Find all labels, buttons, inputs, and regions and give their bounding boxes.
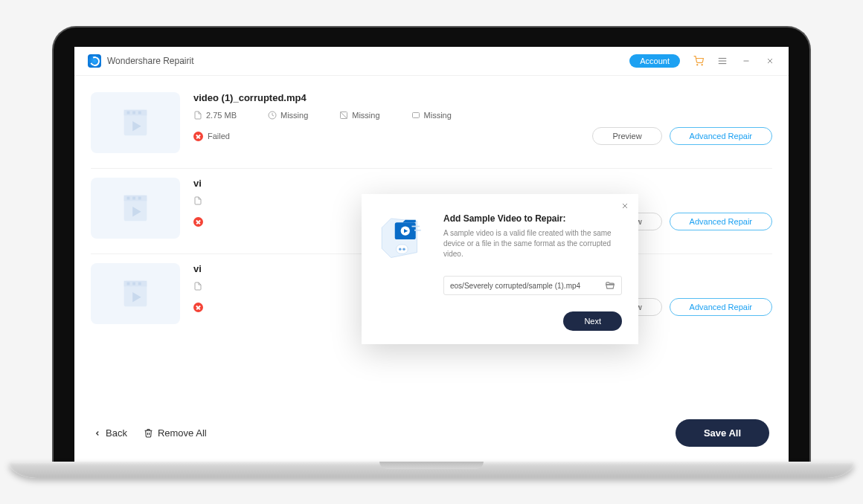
save-all-button[interactable]: Save All (676, 419, 769, 447)
svg-point-39 (402, 248, 405, 251)
menu-icon[interactable] (717, 56, 728, 66)
svg-rect-12 (138, 112, 141, 114)
trash-icon (144, 428, 153, 438)
advanced-repair-button[interactable]: Advanced Repair (670, 298, 772, 316)
svg-rect-11 (132, 112, 135, 114)
svg-rect-20 (127, 197, 130, 200)
video-thumbnail-icon (91, 178, 180, 239)
minimize-icon[interactable] (741, 56, 751, 66)
advanced-repair-button[interactable]: Advanced Repair (670, 213, 772, 230)
status-label: Failed (208, 132, 230, 140)
modal-close-icon[interactable] (620, 201, 629, 210)
svg-rect-22 (138, 197, 141, 200)
svg-rect-17 (412, 113, 419, 118)
svg-line-16 (341, 112, 347, 119)
failed-icon (193, 132, 203, 141)
failed-icon (193, 217, 203, 227)
modal-description: A sample video is a valid file created w… (443, 228, 622, 259)
codec-icon (411, 111, 420, 120)
video-thumbnail-icon (91, 92, 180, 153)
svg-rect-37 (397, 245, 408, 253)
svg-point-0 (697, 65, 698, 65)
file-duration: Missing (280, 111, 308, 120)
footer-bar: Back Remove All Save All (74, 407, 789, 462)
laptop-base (9, 462, 854, 478)
chevron-left-icon (94, 430, 101, 437)
advanced-repair-button[interactable]: Advanced Repair (670, 127, 772, 145)
file-icon (193, 111, 202, 120)
app-window: Wondershare Repairit Account (74, 47, 789, 462)
preview-button[interactable]: Preview (592, 127, 661, 145)
svg-rect-28 (138, 282, 141, 285)
folder-illustration-icon (378, 213, 430, 265)
titlebar: Wondershare Repairit Account (74, 47, 789, 76)
video-thumbnail-icon (91, 263, 180, 324)
add-sample-modal: Add Sample Video to Repair: A sample vid… (362, 194, 638, 344)
file-codec: Missing (424, 111, 452, 120)
file-row: video (1)_corrupted.mp4 2.75 MB Missing … (91, 83, 772, 169)
cart-icon[interactable] (693, 56, 704, 66)
resolution-icon (339, 111, 348, 120)
failed-icon (193, 303, 203, 312)
file-size: 2.75 MB (206, 111, 237, 120)
svg-rect-26 (127, 282, 130, 285)
svg-point-1 (702, 65, 702, 65)
next-button[interactable]: Next (563, 311, 622, 331)
file-resolution: Missing (352, 111, 379, 120)
close-icon[interactable] (765, 56, 775, 66)
app-logo-icon (88, 54, 101, 68)
modal-title: Add Sample Video to Repair: (443, 213, 622, 224)
svg-rect-21 (132, 197, 135, 200)
sample-path-field[interactable]: eos/Severely corrupted/sample (1).mp4 (443, 276, 622, 295)
folder-open-icon[interactable] (605, 280, 615, 291)
file-icon (193, 282, 202, 291)
file-icon (193, 196, 202, 205)
account-button[interactable]: Account (629, 54, 680, 68)
file-name: video (1)_corrupted.mp4 (193, 92, 772, 103)
file-name: vi (193, 178, 772, 189)
svg-point-38 (399, 248, 402, 251)
clock-icon (268, 111, 277, 120)
back-button[interactable]: Back (94, 427, 127, 439)
remove-all-button[interactable]: Remove All (144, 427, 207, 439)
sample-path-value: eos/Severely corrupted/sample (1).mp4 (450, 282, 580, 290)
svg-rect-27 (132, 282, 135, 285)
svg-rect-10 (127, 112, 130, 114)
app-name: Wondershare Repairit (107, 56, 194, 66)
